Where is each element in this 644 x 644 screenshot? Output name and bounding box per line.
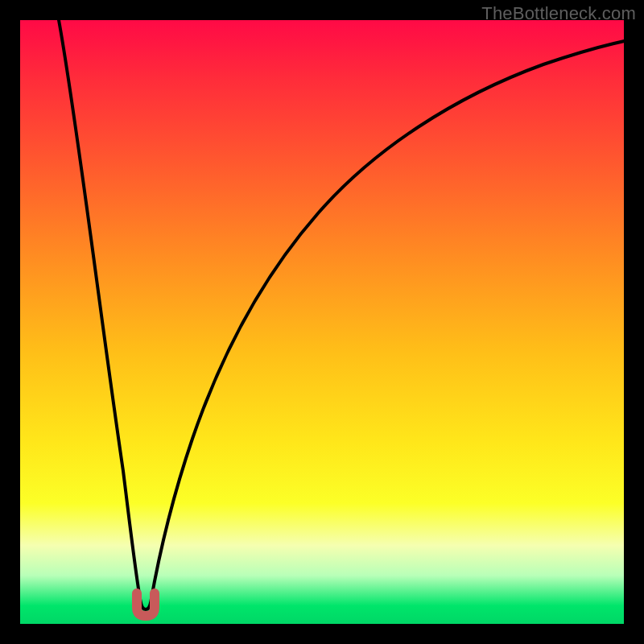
curve-layer bbox=[20, 20, 624, 624]
plot-area bbox=[20, 20, 624, 624]
minimum-marker-icon bbox=[137, 593, 155, 616]
watermark-text: TheBottleneck.com bbox=[481, 3, 636, 24]
chart-frame: TheBottleneck.com bbox=[0, 0, 644, 644]
bottleneck-curve bbox=[59, 20, 624, 609]
